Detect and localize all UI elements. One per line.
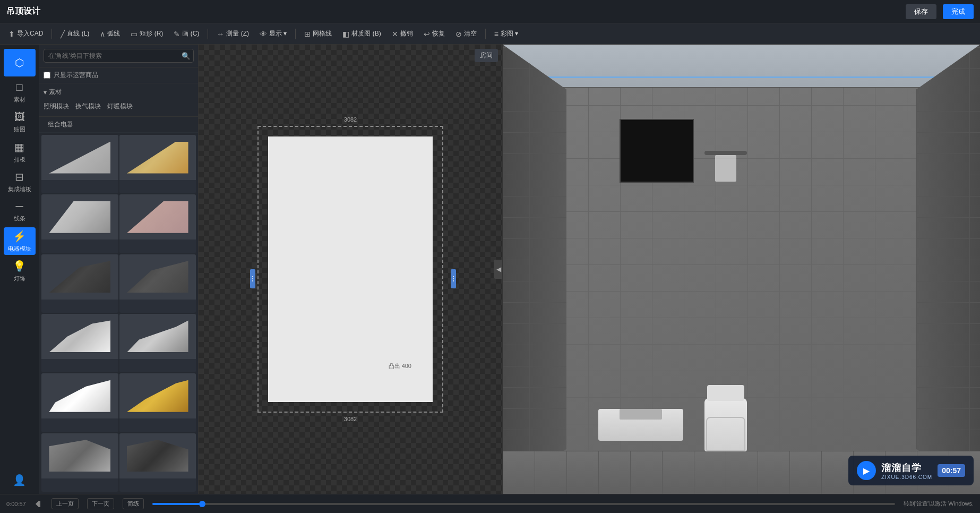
delete-button[interactable]: ✕ 撤销 xyxy=(388,27,417,40)
light-icon: 💡 xyxy=(13,260,26,272)
material-item[interactable] xyxy=(41,314,118,372)
towel-bar-3d xyxy=(704,151,747,155)
sidebar-item-user[interactable]: 👤 xyxy=(4,466,36,494)
sub-cat-light-decor[interactable]: 灯暖模块 xyxy=(107,101,133,112)
home-icon: ⬡ xyxy=(15,56,24,69)
integrated-icon: ⊟ xyxy=(15,170,24,183)
material-item[interactable] xyxy=(41,433,118,492)
sidebar-item-electric[interactable]: ⚡ 电器模块 xyxy=(4,227,36,255)
watermark: ▶ 溜溜自学 ZIXUE.3D66.COM 00:57 xyxy=(848,456,974,485)
material-grid xyxy=(39,133,198,494)
show-button[interactable]: 👁 显示 ▾ xyxy=(255,27,291,40)
layers-button[interactable]: ≡ 彩图 ▾ xyxy=(490,27,523,40)
sidebar-item-sticker[interactable]: 🖼 贴图 xyxy=(4,108,36,136)
grid-button[interactable]: ⊞ 网格线 xyxy=(300,27,336,40)
save-button[interactable]: 保存 xyxy=(906,4,936,19)
molding-shape-9 xyxy=(49,380,110,412)
material-thumb xyxy=(119,194,196,240)
material-panel: 🔍 只显示运营商品 ▾ 素材 照明模块 换气模块 灯暖模块 组合电器 xyxy=(39,45,199,494)
timeline-dot[interactable] xyxy=(199,501,205,507)
view-3d: ▶ 溜溜自学 ZIXUE.3D66.COM 00:57 xyxy=(502,45,980,494)
material-map-button[interactable]: ◧ 材质图 (B) xyxy=(338,27,385,40)
floor-inner: 凸出 400 xyxy=(268,136,433,402)
material-item[interactable] xyxy=(119,194,196,253)
material-item[interactable] xyxy=(119,373,196,432)
measure-button[interactable]: ↔ 测量 (Z) xyxy=(212,27,253,40)
canvas-toggle-button[interactable]: ◀ xyxy=(494,260,502,279)
material-search-area: 🔍 xyxy=(39,45,198,67)
toolbar-separator-4 xyxy=(485,29,486,39)
user-icon: 👤 xyxy=(13,474,26,486)
rectangle-button[interactable]: ▭ 矩形 (R) xyxy=(126,27,167,40)
molding-shape-3 xyxy=(49,201,110,233)
sidebar-item-integrated[interactable]: ⊟ 集成墙板 xyxy=(4,168,36,195)
sink-basin-3d xyxy=(620,409,662,420)
material-map-icon: ◧ xyxy=(342,30,349,38)
sub-categories: 照明模块 换气模块 灯暖模块 xyxy=(39,99,198,117)
sidebar-sticker-label: 贴图 xyxy=(14,125,25,133)
layers-icon: ≡ xyxy=(494,30,498,38)
material-item[interactable] xyxy=(119,254,196,313)
room-badge: 房间 xyxy=(475,49,498,62)
draw-button[interactable]: ✎ 画 (C) xyxy=(169,27,203,40)
sidebar-item-home[interactable]: ⬡ xyxy=(4,49,36,76)
prev-page-button[interactable]: 上一页 xyxy=(51,498,79,509)
sidebar-buckle-label: 扣板 xyxy=(14,156,25,164)
prev-track-icon xyxy=(35,500,43,508)
done-button[interactable]: 完成 xyxy=(943,4,974,19)
combo-electric-item[interactable]: 组合电器 xyxy=(39,117,198,133)
material-item[interactable] xyxy=(119,135,196,193)
towel-3d xyxy=(715,155,736,182)
only-purchased-checkbox[interactable] xyxy=(44,72,50,79)
material-thumb xyxy=(41,314,118,359)
watermark-en-text: ZIXUE.3D66.COM xyxy=(881,474,932,480)
molding-shape-2 xyxy=(127,142,188,174)
sidebar-electric-label: 电器模块 xyxy=(8,245,31,253)
cancel-button[interactable]: 简练 xyxy=(123,498,144,509)
watermark-text: 溜溜自学 ZIXUE.3D66.COM xyxy=(881,461,932,480)
material-item[interactable] xyxy=(41,194,118,253)
sidebar-item-line[interactable]: ─ 线条 xyxy=(4,198,36,225)
material-thumb xyxy=(119,135,196,180)
redo-icon: ↩ xyxy=(424,30,430,38)
sub-cat-ventilation[interactable]: 换气模块 xyxy=(75,101,101,112)
sidebar-item-light[interactable]: 💡 灯饰 xyxy=(4,257,36,285)
sidebar-material-label: 素材 xyxy=(14,96,25,104)
main-content: ⬡ □ 素材 🖼 贴图 ▦ 扣板 ⊟ 集成墙板 ─ 线条 ⚡ 电器模块 💡 灯饰 xyxy=(0,45,980,494)
show-icon: 👁 xyxy=(260,30,267,38)
straight-line-button[interactable]: ╱ 直线 (L) xyxy=(56,27,93,40)
polyline-button[interactable]: ∧ 弧线 xyxy=(96,27,124,40)
material-item[interactable] xyxy=(41,135,118,193)
material-item[interactable] xyxy=(41,373,118,432)
search-button[interactable]: 🔍 xyxy=(182,52,191,60)
rectangle-icon: ▭ xyxy=(131,30,137,38)
import-cad-button[interactable]: ⬆ 导入CAD xyxy=(4,27,47,40)
svg-rect-1 xyxy=(39,501,40,507)
sub-cat-lighting[interactable]: 照明模块 xyxy=(44,101,69,112)
next-page-button[interactable]: 下一页 xyxy=(87,498,114,509)
material-thumb xyxy=(119,373,196,418)
sidebar-item-buckle[interactable]: ▦ 扣板 xyxy=(4,138,36,166)
material-item[interactable] xyxy=(41,254,118,313)
timeline[interactable] xyxy=(152,503,895,505)
floor-plan: 3082 凸出 400 3082 xyxy=(257,126,443,413)
molding-shape-11 xyxy=(49,440,110,472)
search-input[interactable] xyxy=(44,49,194,63)
redo-button[interactable]: ↩ 恢复 xyxy=(419,27,449,40)
sidebar-item-material[interactable]: □ 素材 xyxy=(4,79,36,106)
material-icon: □ xyxy=(16,81,22,93)
line-icon: ─ xyxy=(15,200,23,212)
left-wall xyxy=(503,45,566,494)
material-item[interactable] xyxy=(119,314,196,372)
material-item[interactable] xyxy=(119,433,196,492)
molding-shape-4 xyxy=(127,201,188,233)
clear-button[interactable]: ⊘ 清空 xyxy=(451,27,481,40)
material-thumb xyxy=(41,433,118,478)
category-arrow-icon: ▾ xyxy=(44,89,47,96)
category-label: 素材 xyxy=(49,88,62,97)
molding-shape-10 xyxy=(127,380,188,412)
sidebar-line-label: 线条 xyxy=(14,215,25,223)
only-purchased-row: 只显示运营商品 xyxy=(39,67,198,83)
canvas-area[interactable]: 3082 凸出 400 3082 xyxy=(199,45,502,494)
molding-shape-5 xyxy=(49,261,110,293)
